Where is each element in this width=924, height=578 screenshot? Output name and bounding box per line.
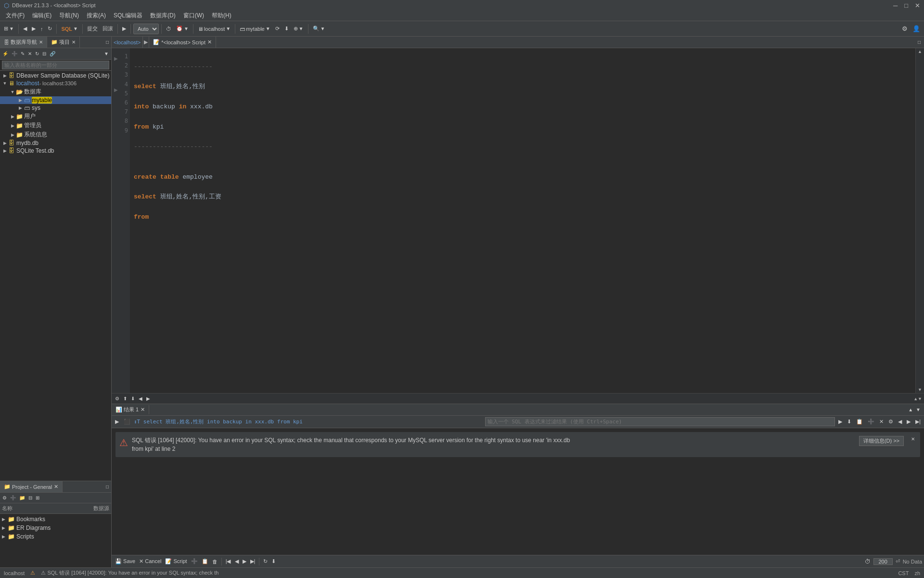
project-tb-collapse[interactable]: ⊟ — [27, 495, 34, 501]
tree-item-mytable[interactable]: ▶ 🗃 mytable — [0, 96, 111, 104]
menu-file[interactable]: 文件(F) — [2, 11, 28, 21]
project-item-bookmarks[interactable]: ▶ 📁 Bookmarks — [2, 515, 109, 524]
sql-copy-btn[interactable]: 📋 — [855, 418, 864, 425]
toolbar-table-ext-btn[interactable]: ⊕ ▼ — [292, 23, 306, 35]
nav-tb-edit[interactable]: ✎ — [19, 51, 26, 57]
toolbar-user-btn[interactable]: 👤 — [911, 23, 922, 35]
toolbar-rollback-btn[interactable]: 回滚 — [101, 23, 115, 35]
tree-item-dbeaver-sample[interactable]: ▶ 🗄 DBeaver Sample Database (SQLite) — [0, 72, 111, 79]
result-tb-first[interactable]: |◀ — [224, 558, 232, 565]
window-controls[interactable]: ─ □ ✕ — [893, 2, 920, 9]
menu-navigate[interactable]: 导航(N) — [55, 11, 83, 21]
minimize-btn[interactable]: ─ — [893, 2, 898, 9]
project-panel-maximize[interactable]: □ — [104, 484, 110, 490]
project-tb-add[interactable]: ➕ — [9, 495, 17, 501]
toolbar-submit-btn[interactable]: 提交 — [85, 23, 100, 35]
menu-window[interactable]: 窗口(W) — [180, 11, 208, 21]
close-btn[interactable]: ✕ — [915, 2, 920, 9]
toolbar-search-btn[interactable]: 🔍 ▼ — [311, 23, 327, 35]
nav-tb-collapse[interactable]: ⊟ — [41, 51, 48, 57]
tab-project[interactable]: 📁 项目 ✕ — [47, 37, 80, 48]
search-input[interactable] — [2, 61, 109, 69]
toolbar-clock2-btn[interactable]: ⏰ ▼ — [174, 23, 191, 35]
toolbar-clock-btn[interactable]: ⏱ — [164, 23, 173, 35]
toolbar-table-sync-btn[interactable]: ⟳ — [273, 23, 282, 35]
result-tb-next[interactable]: ▶ — [241, 558, 248, 565]
cancel-btn[interactable]: ✕ Cancel — [138, 558, 163, 565]
error-close-btn[interactable]: ✕ — [910, 436, 916, 442]
project-tab-close-btn[interactable]: ✕ — [54, 484, 58, 490]
tree-item-sys[interactable]: ▶ 🗃 sys — [0, 104, 111, 112]
sql-add-btn[interactable]: ➕ — [866, 418, 876, 425]
tree-item-users[interactable]: ▶ 📁 用户 — [0, 112, 111, 121]
sql-del-btn[interactable]: ✕ — [878, 418, 885, 425]
script-btn[interactable]: 📝 Script — [164, 558, 188, 565]
result-tab-close[interactable]: ✕ — [141, 407, 145, 413]
toolbar-table-btn[interactable]: 🗃 mytable ▼ — [238, 23, 272, 35]
sql-config-btn[interactable]: ⚙ — [887, 418, 895, 425]
result-tb-export[interactable]: ⬇ — [270, 558, 277, 565]
nav-tb-remove[interactable]: ✕ — [26, 51, 33, 57]
save-btn[interactable]: 💾 Save — [114, 558, 137, 565]
project-item-scripts[interactable]: ▶ 📁 Scripts — [2, 532, 109, 541]
toolbar-table-down-btn[interactable]: ⬇ — [282, 23, 291, 35]
editor-settings-btn[interactable]: ⚙ — [114, 395, 121, 402]
scroll-up-btn[interactable]: ▲ — [918, 49, 922, 54]
tab-result-1[interactable]: 📊 结果 1 ✕ — [112, 405, 149, 414]
result-tb-add-row[interactable]: ➕ — [190, 558, 199, 565]
sql-apply-btn[interactable]: ▶ — [837, 418, 844, 425]
error-detail-btn[interactable]: 详细信息(D) >> — [859, 436, 904, 446]
sql-left-btn[interactable]: ◀ — [897, 418, 903, 425]
nav-tb-refresh[interactable]: ↻ — [34, 51, 40, 57]
project-tab-close[interactable]: ✕ — [72, 39, 76, 45]
nav-tb-link[interactable]: 🔗 — [48, 51, 57, 57]
result-tb-copy-row[interactable]: 📋 — [200, 558, 210, 565]
tree-item-sqlitetest[interactable]: ▶ 🗄 SQLite Test.db — [0, 147, 111, 155]
page-size-input[interactable] — [873, 558, 893, 565]
nav-tb-filter[interactable]: ▼ — [103, 51, 110, 57]
editor-left-btn[interactable]: ◀ — [137, 395, 144, 402]
toolbar-forward-btn[interactable]: ▶ — [30, 23, 38, 35]
sql-filter-btn[interactable]: ⬇ — [846, 418, 853, 425]
project-tb-link[interactable]: ⊞ — [34, 495, 41, 501]
result-tb-prev[interactable]: ◀ — [233, 558, 240, 565]
toolbar-up-btn[interactable]: ↑ — [38, 23, 45, 35]
menu-database[interactable]: 数据库(D) — [146, 11, 180, 21]
menu-sql-editor[interactable]: SQL编辑器 — [110, 11, 146, 21]
editor-expand-btn[interactable]: ⬆ — [122, 395, 128, 402]
sql-right2-btn[interactable]: ▶| — [914, 418, 922, 425]
tree-item-mydb[interactable]: ▶ 🗄 mydb.db — [0, 139, 111, 147]
toolbar-run-btn[interactable]: ▶ — [120, 23, 128, 35]
code-editor[interactable]: --------------------- select 班组,姓名,性别 in… — [130, 48, 915, 393]
toolbar-settings-btn[interactable]: ⚙ — [900, 23, 910, 35]
project-tb-folder[interactable]: 📁 — [18, 495, 26, 501]
nav-tb-add[interactable]: ➕ — [10, 51, 19, 57]
project-item-erdiagrams[interactable]: ▶ 📁 ER Diagrams — [2, 524, 109, 532]
editor-right-btn[interactable]: ▶ — [145, 395, 152, 402]
menu-help[interactable]: 帮助(H) — [208, 11, 235, 21]
result-tb-last[interactable]: ▶| — [249, 558, 257, 565]
editor-tab-close[interactable]: ✕ — [207, 39, 212, 45]
maximize-btn[interactable]: □ — [904, 2, 908, 9]
tab-script[interactable]: 📝 *<localhost> Script ✕ — [149, 37, 216, 48]
tree-item-localhost[interactable]: ▼ 🖥 localhost - localhost:3306 — [0, 79, 111, 87]
sql-filter-input[interactable] — [485, 417, 835, 426]
editor-collapse-btn[interactable]: ⬇ — [129, 395, 136, 402]
toolbar-new-btn[interactable]: ⊞ ▼ — [2, 23, 16, 35]
tree-item-databases[interactable]: ▼ 📂 数据库 — [0, 87, 111, 96]
sql-run-btn[interactable]: ▶ — [114, 418, 120, 425]
nav-tab-close[interactable]: ✕ — [39, 39, 43, 45]
tab-db-navigator[interactable]: 🗄 数据库导航 ✕ — [0, 37, 47, 48]
sql-right-btn[interactable]: ▶ — [905, 418, 912, 425]
tab-project-general[interactable]: 📁 Project - General ✕ — [0, 481, 63, 492]
panel-maximize-btn[interactable]: □ — [104, 39, 110, 45]
result-tb-refresh[interactable]: ↻ — [262, 558, 269, 565]
menu-search[interactable]: 搜索(A) — [83, 11, 110, 21]
tree-item-admins[interactable]: ▶ 📁 管理员 — [0, 121, 111, 130]
scroll-down-btn[interactable]: ▼ — [918, 387, 922, 392]
toolbar-refresh-btn[interactable]: ↻ — [46, 23, 54, 35]
project-tb-settings[interactable]: ⚙ — [1, 495, 8, 501]
tree-item-sysinfo[interactable]: ▶ 📁 系统信息 — [0, 130, 111, 139]
menu-edit[interactable]: 编辑(E) — [28, 11, 55, 21]
editor-tab-expand-btn[interactable]: □ — [916, 39, 922, 45]
